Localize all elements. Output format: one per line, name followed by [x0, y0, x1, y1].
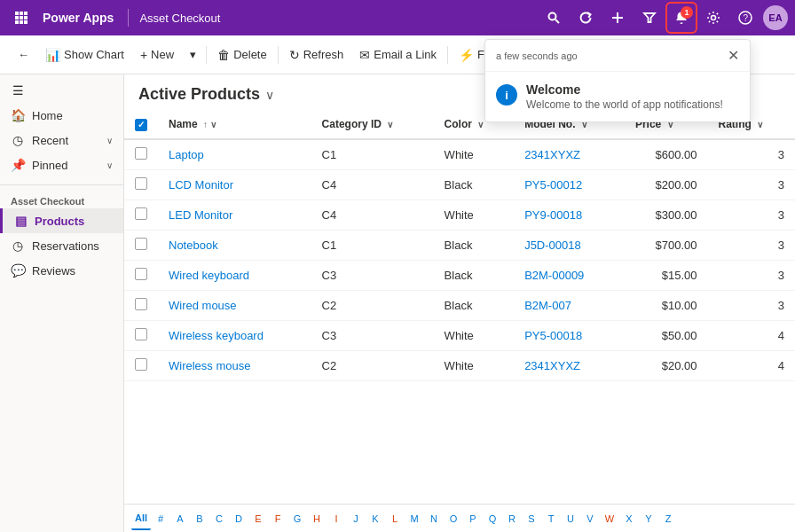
row-name-6[interactable]: Wireless keyboard [158, 320, 311, 350]
alpha-btn-W[interactable]: W [600, 507, 619, 530]
new-button[interactable]: + New [133, 44, 181, 66]
row-price-1: $200.00 [625, 169, 708, 200]
row-color-3: Black [434, 230, 515, 260]
alpha-btn-C[interactable]: C [209, 507, 229, 530]
row-name-1[interactable]: LCD Monitor [158, 169, 311, 200]
alpha-btn-E[interactable]: E [248, 507, 268, 530]
row-checkbox-cell-4[interactable] [124, 260, 158, 290]
row-checkbox-cell-1[interactable] [124, 169, 158, 200]
row-rating-7: 4 [708, 350, 796, 380]
products-icon: ▤ [13, 214, 28, 228]
show-chart-button[interactable]: 📊 Show Chart [38, 44, 131, 66]
delete-button[interactable]: 🗑 Delete [210, 44, 274, 66]
refresh-icon-btn[interactable] [571, 4, 600, 32]
cmd-sep-3 [447, 46, 448, 64]
row-checkbox-0[interactable] [135, 147, 147, 160]
alpha-btn-K[interactable]: K [366, 507, 385, 530]
row-name-7[interactable]: Wireless mouse [158, 350, 311, 380]
table-row: Wired mouse C2 Black B2M-007 $10.00 3 [124, 290, 795, 320]
row-name-3[interactable]: Notebook [158, 230, 311, 260]
alpha-btn-H[interactable]: H [307, 507, 327, 530]
alpha-btn-O[interactable]: O [444, 507, 463, 530]
row-color-6: White [434, 320, 515, 350]
row-checkbox-cell-3[interactable] [124, 230, 158, 260]
email-link-button[interactable]: ✉ Email a Link [352, 44, 444, 66]
row-checkbox-3[interactable] [135, 238, 147, 250]
sidebar-item-products[interactable]: ▤ Products [0, 208, 123, 233]
new-dropdown[interactable]: ▾ [183, 43, 202, 67]
alpha-btn-Y[interactable]: Y [639, 507, 658, 530]
back-button[interactable]: ← [11, 44, 36, 65]
select-all-checkbox[interactable]: ✓ [135, 119, 147, 131]
bell-icon-btn[interactable]: 1 [667, 4, 696, 32]
delete-icon: 🗑 [217, 48, 230, 62]
search-icon-btn[interactable] [539, 4, 568, 32]
row-checkbox-6[interactable] [135, 328, 147, 340]
grid-icon[interactable] [7, 4, 35, 32]
refresh-button[interactable]: ↻ Refresh [282, 44, 351, 66]
row-name-4[interactable]: Wired keyboard [158, 260, 311, 290]
svg-rect-7 [20, 20, 23, 24]
svg-point-9 [549, 13, 556, 20]
recent-icon: ◷ [11, 133, 25, 147]
alpha-btn-P[interactable]: P [463, 507, 483, 530]
row-name-5[interactable]: Wired mouse [158, 290, 311, 320]
check-all-header[interactable]: ✓ [124, 111, 158, 139]
sidebar-hamburger[interactable]: ☰ [0, 78, 123, 103]
cmd-sep-1 [206, 46, 207, 64]
row-price-4: $15.00 [625, 260, 708, 290]
row-checkbox-5[interactable] [135, 298, 147, 310]
alpha-btn-A[interactable]: A [170, 507, 190, 530]
alpha-btn-N[interactable]: N [424, 507, 444, 530]
alpha-btn-M[interactable]: M [405, 507, 424, 530]
row-checkbox-2[interactable] [135, 207, 147, 220]
sidebar-item-recent[interactable]: ◷ Recent ∨ [0, 128, 123, 153]
sidebar-item-reviews[interactable]: 💬 Reviews [0, 258, 123, 283]
row-checkbox-cell-2[interactable] [124, 200, 158, 230]
filter-icon-btn[interactable] [635, 4, 664, 32]
row-checkbox-4[interactable] [135, 268, 147, 280]
alpha-btn-D[interactable]: D [229, 507, 248, 530]
add-icon-btn[interactable] [603, 4, 632, 32]
page-title-chevron-icon[interactable]: ∨ [265, 88, 274, 102]
row-checkbox-7[interactable] [135, 358, 147, 371]
row-category-1: C4 [311, 169, 434, 200]
alpha-btn-I[interactable]: I [327, 507, 346, 530]
row-checkbox-cell-7[interactable] [124, 350, 158, 380]
alpha-btn-J[interactable]: J [346, 507, 366, 530]
alpha-btn-T[interactable]: T [541, 507, 561, 530]
settings-icon-btn[interactable] [699, 4, 728, 32]
help-icon-btn[interactable]: ? [731, 4, 760, 32]
alpha-btn-#[interactable]: # [151, 507, 170, 530]
alpha-btn-Z[interactable]: Z [658, 507, 678, 530]
alpha-btn-G[interactable]: G [287, 507, 307, 530]
row-model-7: 2341XYXZ [514, 350, 625, 380]
alpha-btn-L[interactable]: L [385, 507, 405, 530]
svg-rect-4 [20, 16, 23, 20]
row-category-6: C3 [311, 320, 434, 350]
row-name-2[interactable]: LED Monitor [158, 200, 311, 230]
name-sort-icon: ↑ ∨ [203, 120, 216, 129]
notif-close-button[interactable]: ✕ [728, 47, 739, 64]
alpha-btn-U[interactable]: U [561, 507, 580, 530]
alpha-btn-R[interactable]: R [502, 507, 522, 530]
sidebar-item-home[interactable]: 🏠 Home [0, 103, 123, 128]
row-checkbox-cell-6[interactable] [124, 320, 158, 350]
row-name-0[interactable]: Laptop [158, 139, 311, 170]
sidebar-item-reservations[interactable]: ◷ Reservations [0, 233, 123, 258]
alpha-btn-B[interactable]: B [190, 507, 209, 530]
alpha-btn-Q[interactable]: Q [483, 507, 502, 530]
col-header-name[interactable]: Name ↑ ∨ [158, 111, 311, 139]
col-header-category[interactable]: Category ID ∨ [311, 111, 434, 139]
alpha-btn-S[interactable]: S [522, 507, 541, 530]
alpha-btn-F[interactable]: F [268, 507, 287, 530]
row-checkbox-cell-0[interactable] [124, 139, 158, 170]
notif-header: a few seconds ago ✕ [485, 40, 750, 72]
row-checkbox-1[interactable] [135, 177, 147, 190]
sidebar-item-pinned[interactable]: 📌 Pinned ∨ [0, 153, 123, 177]
alpha-btn-V[interactable]: V [580, 507, 600, 530]
alpha-btn-X[interactable]: X [619, 507, 639, 530]
alpha-btn-All[interactable]: All [131, 507, 151, 530]
avatar[interactable]: EA [763, 5, 788, 30]
row-checkbox-cell-5[interactable] [124, 290, 158, 320]
